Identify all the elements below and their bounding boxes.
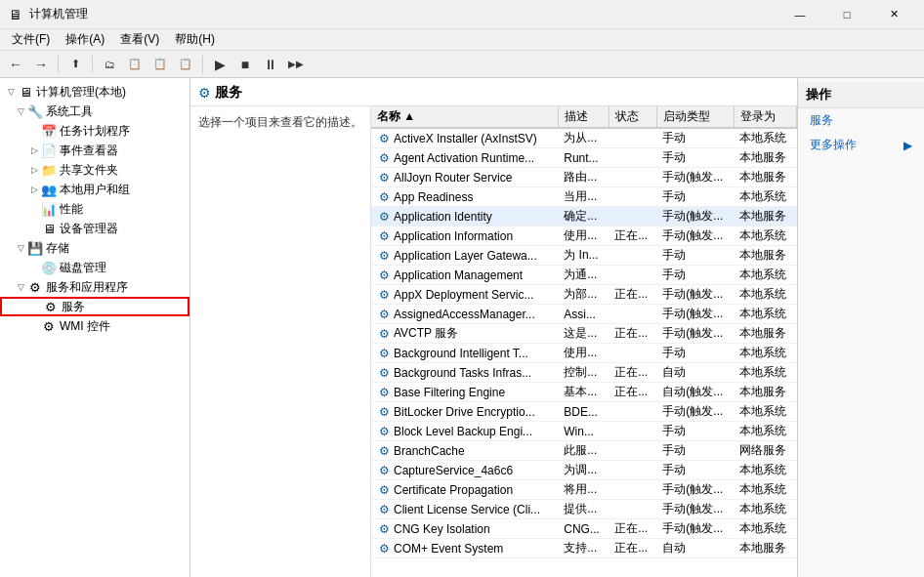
gear-icon: ⚙ (377, 503, 391, 516)
cell-desc: 为通... (558, 266, 609, 285)
toolbar-show-hide-1[interactable]: 🗂 (98, 54, 121, 75)
toolbar-forward[interactable]: → (29, 54, 53, 75)
toolbar-sep-3 (202, 56, 203, 73)
right-panel: ⚙ 服务 选择一个项目来查看它的描述。 名称 ▲ 描述 状态 启动类 (190, 78, 797, 577)
table-row[interactable]: ⚙Application Information使用...正在...手动(触发.… (371, 227, 797, 246)
task-scheduler-label: 任务计划程序 (60, 123, 130, 140)
tree-shared-folders[interactable]: ▷ 📁 共享文件夹 (0, 160, 189, 180)
table-row[interactable]: ⚙Application Layer Gatewa...为 In...手动本地服… (371, 246, 797, 266)
table-row[interactable]: ⚙Block Level Backup Engi...Win...手动本地系统 (371, 422, 797, 441)
menu-view[interactable]: 查看(V) (112, 29, 167, 50)
cell-name: ⚙Application Management (371, 266, 558, 285)
table-row[interactable]: ⚙App Readiness当用...手动本地系统 (371, 187, 797, 207)
tree-local-users[interactable]: ▷ 👥 本地用户和组 (0, 180, 189, 199)
col-status[interactable]: 状态 (609, 106, 656, 128)
toolbar-pause[interactable]: ⏸ (259, 54, 282, 75)
gear-icon: ⚙ (377, 288, 391, 302)
menu-help[interactable]: 帮助(H) (167, 29, 223, 50)
cell-status (609, 168, 656, 187)
cell-status (609, 461, 656, 480)
toolbar-sep-2 (92, 56, 93, 73)
cell-startup: 手动(触发... (656, 285, 734, 305)
gear-icon: ⚙ (377, 210, 391, 224)
cell-login: 本地系统 (734, 519, 796, 539)
cell-startup: 手动 (656, 441, 734, 461)
cell-login: 本地系统 (734, 187, 796, 207)
table-row[interactable]: ⚙CNG Key IsolationCNG...正在...手动(触发...本地系… (371, 519, 797, 539)
table-row[interactable]: ⚙ActiveX Installer (AxInstSV)为从...手动本地系统 (371, 128, 797, 148)
table-row[interactable]: ⚙AVCTP 服务这是...正在...手动(触发...本地服务 (371, 324, 797, 344)
col-name[interactable]: 名称 ▲ (371, 106, 558, 128)
tree-root[interactable]: ▽ 🖥 计算机管理(本地) (0, 82, 189, 102)
toolbar-stop[interactable]: ■ (233, 54, 257, 75)
menu-file[interactable]: 文件(F) (4, 29, 58, 50)
event-viewer-label: 事件查看器 (60, 143, 118, 159)
wmi-label: WMI 控件 (60, 318, 110, 335)
tree-system-tools[interactable]: ▽ 🔧 系统工具 (0, 102, 189, 121)
cell-name: ⚙Block Level Backup Engi... (371, 422, 558, 441)
services-apps-icon: ⚙ (27, 279, 43, 295)
cell-login: 本地系统 (734, 344, 796, 363)
action-more-arrow: ▶ (903, 139, 912, 152)
cell-name: ⚙CNG Key Isolation (371, 519, 558, 539)
toolbar-play[interactable]: ▶ (208, 54, 231, 75)
toolbar-show-hide-4[interactable]: 📋 (174, 54, 197, 75)
table-row[interactable]: ⚙COM+ Event System支持...正在...自动本地服务 (371, 539, 797, 558)
cell-login: 本地系统 (734, 422, 796, 441)
table-row[interactable]: ⚙BitLocker Drive Encryptio...BDE...手动(触发… (371, 402, 797, 422)
services-apps-label: 服务和应用程序 (46, 279, 128, 296)
table-row[interactable]: ⚙AllJoyn Router Service路由...手动(触发...本地服务 (371, 168, 797, 187)
tree-services[interactable]: ▷ ⚙ 服务 (0, 297, 189, 316)
gear-icon: ⚙ (377, 444, 391, 458)
gear-icon: ⚙ (377, 268, 391, 282)
local-users-icon: 👥 (41, 182, 57, 197)
tree-device-manager[interactable]: ▷ 🖥 设备管理器 (0, 219, 189, 238)
tree-task-scheduler[interactable]: ▷ 📅 任务计划程序 (0, 121, 189, 141)
table-row[interactable]: ⚙AssignedAccessManager...Assi...手动(触发...… (371, 305, 797, 324)
cell-desc: CNG... (558, 519, 609, 539)
tree-performance[interactable]: ▷ 📊 性能 (0, 199, 189, 219)
expand-system-tools: ▽ (14, 104, 27, 118)
table-row[interactable]: ⚙CaptureService_4a6c6为调...手动本地系统 (371, 461, 797, 480)
maximize-button[interactable]: □ (824, 0, 869, 29)
action-more[interactable]: 更多操作 ▶ (798, 133, 924, 157)
table-row[interactable]: ⚙Application Identity确定...手动(触发...本地服务 (371, 207, 797, 227)
close-button[interactable]: ✕ (871, 0, 916, 29)
toolbar-show-hide-3[interactable]: 📋 (148, 54, 172, 75)
tree-disk-management[interactable]: ▷ 💿 磁盘管理 (0, 258, 189, 277)
table-row[interactable]: ⚙Application Management为通...手动本地系统 (371, 266, 797, 285)
toolbar-show-hide-2[interactable]: 📋 (123, 54, 147, 75)
table-row[interactable]: ⚙BranchCache此服...手动网络服务 (371, 441, 797, 461)
tree-storage[interactable]: ▽ 💾 存储 (0, 238, 189, 258)
toolbar-back[interactable]: ← (4, 54, 27, 75)
toolbar-up[interactable]: ⬆ (63, 54, 87, 75)
services-tbody: ⚙ActiveX Installer (AxInstSV)为从...手动本地系统… (371, 128, 797, 558)
cell-status: 正在... (609, 227, 656, 246)
table-row[interactable]: ⚙Base Filtering Engine基本...正在...自动(触发...… (371, 383, 797, 402)
minimize-button[interactable]: — (777, 0, 822, 29)
event-viewer-icon: 📄 (41, 143, 57, 158)
table-row[interactable]: ⚙AppX Deployment Servic...为部...正在...手动(触… (371, 285, 797, 305)
cell-status (609, 500, 656, 519)
cell-login: 本地服务 (734, 168, 796, 187)
tree-services-apps[interactable]: ▽ ⚙ 服务和应用程序 (0, 277, 189, 297)
toolbar-restart[interactable]: ▶▶ (284, 54, 308, 75)
tree-wmi[interactable]: ▷ ⚙ WMI 控件 (0, 316, 189, 336)
table-row[interactable]: ⚙Background Tasks Infras...控制...正在...自动本… (371, 363, 797, 383)
table-row[interactable]: ⚙Background Intelligent T...使用...手动本地系统 (371, 344, 797, 363)
col-desc[interactable]: 描述 (558, 106, 609, 128)
cell-login: 本地系统 (734, 480, 796, 500)
services-table-container[interactable]: 名称 ▲ 描述 状态 启动类型 登录为 ⚙ActiveX Installer (… (371, 106, 797, 577)
menu-action[interactable]: 操作(A) (58, 29, 112, 50)
col-login[interactable]: 登录为 (734, 106, 796, 128)
cell-name: ⚙Application Layer Gatewa... (371, 246, 558, 266)
col-startup[interactable]: 启动类型 (656, 106, 734, 128)
table-row[interactable]: ⚙Client License Service (Cli...提供...手动(触… (371, 500, 797, 519)
cell-desc: 当用... (558, 187, 609, 207)
root-icon: 🖥 (18, 84, 33, 100)
tree-event-viewer[interactable]: ▷ 📄 事件查看器 (0, 141, 189, 160)
table-row[interactable]: ⚙Agent Activation Runtime...Runt...手动本地服… (371, 148, 797, 168)
table-row[interactable]: ⚙Certificate Propagation将用...手动(触发...本地系… (371, 480, 797, 500)
cell-startup: 手动(触发... (656, 402, 734, 422)
table-header: 名称 ▲ 描述 状态 启动类型 登录为 (371, 106, 797, 128)
